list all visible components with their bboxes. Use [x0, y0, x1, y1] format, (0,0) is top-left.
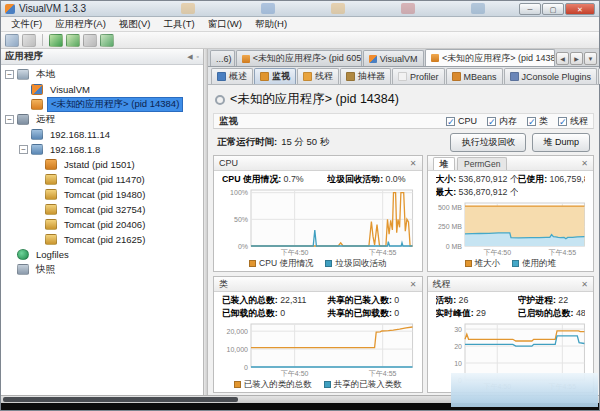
- stat-label: 垃圾回收活动:: [327, 174, 385, 184]
- tab-label: MBeans: [464, 72, 497, 82]
- computer-icon: [17, 69, 29, 80]
- minimize-button[interactable]: ─: [519, 3, 541, 15]
- checkbox-icon[interactable]: ✓: [558, 117, 567, 126]
- tab-list-icon[interactable]: ▼: [584, 52, 597, 65]
- add-snap-icon[interactable]: [66, 34, 80, 47]
- checkbox-类[interactable]: ✓类: [527, 115, 548, 128]
- svg-text:下午4:55: 下午4:55: [369, 249, 397, 256]
- monitor-checkboxes: ✓CPU✓内存✓类✓线程: [446, 115, 588, 128]
- classes-legend: 已装入的类的总数共享的已装入类数: [214, 379, 422, 392]
- visualvm-icon: [31, 84, 43, 95]
- menu-item[interactable]: 工具(T): [157, 17, 200, 32]
- tree-item-label: Tomcat (pid 20406): [61, 219, 148, 230]
- tab-profiler[interactable]: Profiler: [392, 68, 445, 84]
- heap-tab[interactable]: 堆: [433, 157, 456, 170]
- heap-panel-close-icon[interactable]: ✕: [581, 159, 588, 168]
- stat-item: 最大: 536,870,912 个字节: [436, 187, 518, 199]
- jstatd-icon: [45, 159, 57, 170]
- checkbox-CPU[interactable]: ✓CPU: [446, 115, 477, 128]
- stat-item: 大小: 536,870,912 个字节: [436, 174, 518, 186]
- maximize-button[interactable]: ▢: [542, 3, 564, 15]
- sidebar-title: 应用程序: [5, 50, 43, 63]
- tree-item[interactable]: Tomcat (pid 20406): [1, 217, 203, 232]
- menu-item[interactable]: 应用程序(A): [49, 17, 112, 32]
- tree-item[interactable]: 192.168.11.14: [1, 127, 203, 142]
- tree-item[interactable]: Jstatd (pid 1501): [1, 157, 203, 172]
- legend-item: 共享的已装入类数: [324, 379, 402, 391]
- tree-item[interactable]: −远程: [1, 112, 203, 127]
- classes-panel-close-icon[interactable]: ✕: [410, 280, 417, 289]
- document-tab[interactable]: <未知的应用程序> (pid 6056)✕: [236, 50, 362, 66]
- monitor-view: <未知的应用程序> (pid 14384) 监视 ✓CPU✓内存✓类✓线程 正常…: [208, 85, 599, 395]
- tab-mbeans[interactable]: MBeans: [446, 68, 503, 84]
- tree-item[interactable]: −192.168.1.8: [1, 142, 203, 157]
- scroll-right-icon[interactable]: ▶: [570, 52, 583, 65]
- stat-value: 22,311: [280, 295, 306, 305]
- stat-value: 0.0%: [386, 174, 406, 184]
- stat-item: CPU 使用情况: 0.7%: [222, 174, 327, 186]
- classes-panel-title: 类: [219, 278, 228, 291]
- tree-item-label: Tomcat (pid 11470): [61, 174, 148, 185]
- checkbox-icon[interactable]: ✓: [487, 117, 496, 126]
- tomcat-icon: [45, 219, 57, 230]
- scroll-left-icon[interactable]: ◀: [556, 52, 569, 65]
- toolbar-separator: [42, 34, 43, 46]
- tree-item[interactable]: VisualVM: [1, 82, 203, 97]
- legend-item: 堆大小: [465, 258, 501, 270]
- menu-item[interactable]: 窗口(W): [202, 17, 248, 32]
- tree-item[interactable]: <未知的应用程序> (pid 14384): [1, 97, 203, 112]
- checkbox-内存[interactable]: ✓内存: [487, 115, 517, 128]
- document-tab[interactable]: VisualVM✕: [363, 50, 424, 66]
- tree-item[interactable]: Tomcat (pid 32754): [1, 202, 203, 217]
- tree-item[interactable]: −本地: [1, 67, 203, 82]
- legend-label: CPU 使用情况: [259, 258, 313, 268]
- open-icon[interactable]: [5, 34, 19, 47]
- close-button[interactable]: ✕: [565, 3, 595, 15]
- tree-item[interactable]: Logfiles: [1, 247, 203, 262]
- cpu-panel-close-icon[interactable]: ✕: [410, 159, 417, 168]
- heap-panel: 堆 PermGen ✕ 大小: 536,870,912 个字节已使用: 106,…: [427, 155, 594, 272]
- tree-toggle-icon[interactable]: −: [5, 115, 14, 124]
- threads-panel-close-icon[interactable]: ✕: [581, 280, 588, 289]
- stat-value: 22: [558, 295, 568, 305]
- perform-gc-button[interactable]: 执行垃圾回收: [450, 133, 526, 152]
- save-icon[interactable]: [22, 34, 36, 47]
- tab-threads[interactable]: 线程: [297, 68, 339, 84]
- permgen-tab[interactable]: PermGen: [457, 157, 507, 170]
- tree-item-label: 本地: [33, 68, 58, 81]
- sidebar-minimize-icon[interactable]: ◀: [187, 53, 192, 61]
- compare-icon[interactable]: [100, 34, 114, 47]
- checkbox-icon[interactable]: ✓: [446, 117, 455, 126]
- document-tab[interactable]: ...6): [210, 50, 235, 66]
- svg-text:10: 10: [454, 360, 462, 367]
- snap-dis-icon[interactable]: [83, 34, 97, 47]
- menu-item[interactable]: 帮助(H): [249, 17, 293, 32]
- menu-item[interactable]: 视图(V): [113, 17, 157, 32]
- tree-item[interactable]: Tomcat (pid 11470): [1, 172, 203, 187]
- svg-text:20,000: 20,000: [227, 328, 249, 335]
- tree-item[interactable]: Tomcat (pid 19480): [1, 187, 203, 202]
- java-icon: [431, 54, 439, 62]
- sampler-icon: [346, 72, 355, 81]
- svg-text:下午4:50: 下午4:50: [483, 249, 511, 256]
- tab-overview[interactable]: 概述: [211, 68, 253, 84]
- legend-label: 已装入的类的总数: [244, 379, 312, 389]
- tree-item-label: Tomcat (pid 19480): [61, 189, 148, 200]
- stat-label: 共享的已装入数:: [327, 295, 394, 305]
- tree-toggle-icon[interactable]: −: [5, 70, 14, 79]
- tab-sampler[interactable]: 抽样器: [340, 68, 391, 84]
- sidebar-float-icon[interactable]: ▫: [197, 53, 199, 61]
- tree-item-label: VisualVM: [47, 84, 93, 95]
- tab-close-icon[interactable]: ✕: [423, 55, 424, 63]
- tab-jconsole[interactable]: JConsole Plugins: [504, 68, 598, 84]
- checkbox-线程[interactable]: ✓线程: [558, 115, 588, 128]
- tree-item[interactable]: Tomcat (pid 21625): [1, 232, 203, 247]
- heap-dump-button[interactable]: 堆 Dump: [532, 133, 590, 152]
- document-tab[interactable]: <未知的应用程序> (pid 14384)✕: [425, 49, 555, 66]
- menu-item[interactable]: 文件(F): [5, 17, 48, 32]
- add-app-icon[interactable]: [49, 34, 63, 47]
- checkbox-icon[interactable]: ✓: [527, 117, 536, 126]
- tab-monitor[interactable]: 监视: [254, 68, 296, 84]
- tree-item[interactable]: 快照: [1, 262, 203, 277]
- tree-toggle-icon[interactable]: −: [19, 145, 28, 154]
